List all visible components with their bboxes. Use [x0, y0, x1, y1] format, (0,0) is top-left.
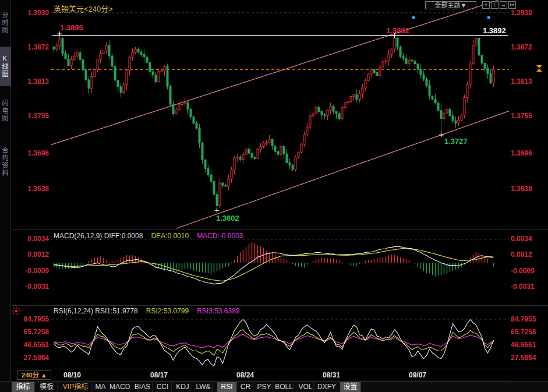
dea-line [54, 248, 494, 281]
candle-body [426, 79, 427, 86]
candle-body [207, 168, 209, 175]
price-axis-label: 1.3872 [12, 43, 49, 51]
date-label: 09/07 [409, 371, 426, 379]
toolbar-item-KDJ[interactable]: KDJ [174, 382, 192, 392]
trendline-handle[interactable] [487, 16, 490, 19]
toolbar-item-模板[interactable]: 模板 [36, 382, 58, 392]
candle-body [190, 110, 192, 116]
candle-body [391, 49, 393, 54]
macd-axis-label: 0.0012 [12, 250, 49, 259]
toolbar-item-VOL[interactable]: VOL [298, 382, 314, 392]
candle-body [475, 38, 477, 45]
zoom-horizontal-icon[interactable]: ↔ [500, 1, 507, 9]
trendline-handle[interactable] [412, 16, 415, 19]
candle-body [201, 143, 203, 160]
pan-right-icon[interactable]: ↦ [508, 1, 516, 9]
candle-body [266, 143, 267, 143]
candle-body [303, 135, 305, 144]
candle-body [242, 154, 244, 160]
candle-body [120, 87, 122, 93]
candle-body [158, 72, 160, 82]
lower-trendline[interactable] [176, 111, 510, 229]
crosshair-icon[interactable]: + [482, 1, 490, 9]
candle-body [324, 115, 326, 116]
candle-body [370, 69, 372, 74]
candle-body [443, 113, 445, 118]
toolbar-item-DXFY[interactable]: DXFY [317, 382, 337, 392]
candle-body [487, 68, 489, 73]
sidebar-tab-2[interactable]: K线图 [0, 47, 11, 86]
candle-body [135, 49, 136, 52]
toolbar-item-设置[interactable]: 设置 [340, 382, 361, 392]
candle-body [455, 121, 457, 123]
candle-body [146, 57, 148, 62]
candle-body [117, 80, 119, 87]
candle-body [102, 51, 104, 54]
rsi3-line [54, 334, 494, 348]
price-axis-label: 1.3696 [12, 149, 49, 157]
candle-body [379, 67, 381, 76]
candle-body [388, 54, 390, 61]
candle-body [234, 157, 235, 170]
candle-body [164, 66, 165, 71]
candle-body [167, 66, 168, 86]
rsi-chart-canvas[interactable] [51, 306, 509, 368]
candle-body [184, 103, 186, 104]
candle-body [367, 74, 369, 81]
annotation-resistance-price: 1.3892 [483, 26, 506, 35]
candlestick-chart-canvas[interactable] [51, 0, 509, 229]
candle-body [402, 56, 404, 58]
current-price-marker [536, 65, 542, 72]
candle-body [143, 54, 145, 56]
price-axis-label: 1.3638 [511, 185, 547, 193]
candle-body [263, 143, 264, 146]
alarm-burst-icon[interactable] [12, 306, 21, 316]
price-axis-label: 1.3872 [511, 43, 547, 51]
candle-body [88, 80, 90, 89]
candle-body [59, 38, 61, 46]
candle-body [295, 157, 296, 169]
toolbar-item-RSI[interactable]: RSI [217, 382, 237, 392]
candle-body [94, 69, 96, 76]
toolbar-item-指标[interactable]: 指标 [12, 382, 35, 392]
toolbar-item-BIAS[interactable]: BIAS [133, 382, 153, 392]
annotation-swing-low-mid: 1.3602 [216, 214, 239, 223]
toolbar-item-CCI[interactable]: CCI [154, 382, 172, 392]
toolbar-item-VIP指标[interactable]: VIP指标 [60, 382, 91, 392]
candle-body [312, 114, 314, 116]
annotation-swing-high-left: 1.3895 [60, 23, 83, 32]
toolbar-item-PSY[interactable]: PSY [256, 382, 273, 392]
sidebar-tab-4[interactable]: 合约资料 [0, 135, 11, 189]
sidebar-tab-1[interactable]: 分时图 [0, 3, 11, 43]
toolbar-item-BOLL[interactable]: BOLL [274, 382, 294, 392]
date-label: 08/31 [323, 371, 340, 379]
candle-body [105, 45, 107, 51]
indicator-toolbar: 指标模板VIP指标MAMACDBIASCCIKDJLW&RSICRPSYBOLL… [0, 381, 548, 392]
candle-body [315, 107, 317, 114]
toolbar-item-MACD[interactable]: MACD [109, 382, 129, 392]
macd-chart-canvas[interactable] [51, 231, 509, 305]
toolbar-item-LW&[interactable]: LW& [195, 382, 213, 392]
sidebar-tab-3[interactable]: 闪电图 [0, 91, 11, 130]
candle-body [414, 61, 416, 64]
candle-body [56, 46, 58, 50]
toolbar-item-MA[interactable]: MA [93, 382, 108, 392]
candle-body [76, 53, 78, 56]
zoom-vertical-icon[interactable]: ↕ [491, 1, 498, 9]
upper-trendline[interactable] [51, 0, 498, 144]
candle-body [111, 56, 113, 66]
rsi2-line [54, 330, 494, 355]
interval-selector[interactable]: 240分 ▲ [17, 370, 51, 380]
candle-body [469, 64, 471, 84]
candle-body [123, 84, 125, 92]
candle-body [411, 60, 413, 61]
candle-body [91, 76, 93, 88]
candle-body [461, 115, 462, 121]
rsi-axis-label: 84.7955 [511, 315, 547, 323]
candle-body [289, 163, 291, 165]
candle-body [114, 66, 116, 80]
candle-body [257, 149, 259, 158]
toolbar-item-CR[interactable]: CR [238, 382, 253, 392]
candle-body [327, 110, 328, 115]
candle-body [254, 157, 256, 158]
